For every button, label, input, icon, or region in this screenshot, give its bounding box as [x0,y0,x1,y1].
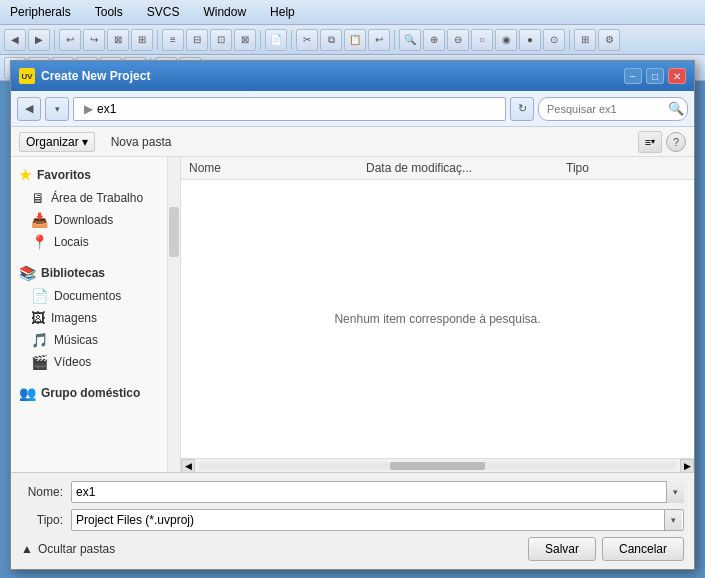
organize-button[interactable]: Organizar ▾ [19,132,95,152]
menu-peripherals[interactable]: Peripherals [6,3,75,21]
toolbar-btn-search[interactable]: 🔍 [399,29,421,51]
sidebar-scrollbar[interactable] [167,157,180,472]
help-button[interactable]: ? [666,132,686,152]
refresh-button[interactable]: ↻ [510,97,534,121]
sidebar-item-desktop[interactable]: 🖥 Área de Trabalho [11,187,180,209]
dialog-title-text: Create New Project [41,69,150,83]
toolbar-btn-2[interactable]: ▶ [28,29,50,51]
sidebar-locais-label: Locais [54,235,89,249]
sidebar-item-musicas[interactable]: 🎵 Músicas [11,329,180,351]
name-label: Nome: [21,485,71,499]
file-toolbar: Organizar ▾ Nova pasta ≡ ▾ ? [11,127,694,157]
search-input[interactable] [538,97,688,121]
title-bar-controls: − □ ✕ [624,68,686,84]
libraries-section: 📚 Bibliotecas 📄 Documentos 🖼 Imagens 🎵 M… [11,261,180,373]
toolbar-btn-zoomout[interactable]: ⊖ [447,29,469,51]
group-header[interactable]: 👥 Grupo doméstico [11,381,180,405]
dialog-title-bar: UV Create New Project − □ ✕ [11,61,694,91]
menu-svcs[interactable]: SVCS [143,3,184,21]
minimize-button[interactable]: − [624,68,642,84]
toolbar-btn-zoom[interactable]: ⊕ [423,29,445,51]
sidebar-scrollbar-thumb [169,207,179,257]
favorites-star-icon: ★ [19,167,32,183]
toolbar-sep-1 [54,30,55,50]
scroll-right-button[interactable]: ▶ [680,459,694,473]
empty-message: Nenhum item corresponde à pesquisa. [334,312,540,326]
documentos-icon: 📄 [31,288,48,304]
search-icon[interactable]: 🔍 [668,101,684,116]
sidebar-item-documentos[interactable]: 📄 Documentos [11,285,180,307]
back-button[interactable]: ◀ [17,97,41,121]
sidebar-item-videos[interactable]: 🎬 Vídeos [11,351,180,373]
toolbar-sep-4 [291,30,292,50]
new-folder-button[interactable]: Nova pasta [103,133,180,151]
group-icon: 👥 [19,385,36,401]
hide-folders-arrow-icon: ▲ [21,542,33,556]
favorites-section: ★ Favoritos 🖥 Área de Trabalho 📥 Downloa… [11,163,180,253]
musicas-icon: 🎵 [31,332,48,348]
sidebar-item-locais[interactable]: 📍 Locais [11,231,180,253]
action-buttons: Salvar Cancelar [528,537,684,561]
type-select[interactable]: Project Files (*.uvproj) [71,509,684,531]
toolbar-btn-11[interactable]: ○ [471,29,493,51]
col-date-header: Data de modificaç... [366,161,566,175]
horizontal-scrollbar[interactable]: ◀ ▶ [181,458,694,472]
menu-help[interactable]: Help [266,3,299,21]
libraries-folder-icon: 📚 [19,265,36,281]
name-input[interactable] [71,481,684,503]
dialog-title-left: UV Create New Project [19,68,150,84]
save-button[interactable]: Salvar [528,537,596,561]
address-path[interactable]: ▶ ex1 [73,97,506,121]
maximize-button[interactable]: □ [646,68,664,84]
libraries-header: 📚 Bibliotecas [11,261,180,285]
imagens-icon: 🖼 [31,310,45,326]
sidebar-imagens-label: Imagens [51,311,97,325]
type-select-arrow: ▾ [664,510,682,530]
sidebar-desktop-label: Área de Trabalho [51,191,143,205]
toolbar-btn-paste[interactable]: 📋 [344,29,366,51]
name-row: Nome: ▾ [21,481,684,503]
sidebar-videos-label: Vídeos [54,355,91,369]
toolbar-btn-4[interactable]: ↪ [83,29,105,51]
menu-window[interactable]: Window [199,3,250,21]
main-toolbar: ◀ ▶ ↩ ↪ ⊠ ⊞ ≡ ⊟ ⊡ ⊠ 📄 ✂ ⧉ 📋 ↩ 🔍 ⊕ ⊖ ○ ◉ … [0,25,705,55]
scroll-thumb [390,462,485,470]
libraries-label: Bibliotecas [41,266,105,280]
toolbar-btn-6[interactable]: ⊞ [131,29,153,51]
hide-folders-button[interactable]: ▲ Ocultar pastas [21,542,115,556]
view-button[interactable]: ≡ ▾ [638,131,662,153]
toolbar-btn-9[interactable]: ⊡ [210,29,232,51]
sidebar-item-downloads[interactable]: 📥 Downloads [11,209,180,231]
menu-tools[interactable]: Tools [91,3,127,21]
toolbar-btn-8[interactable]: ⊟ [186,29,208,51]
toolbar-btn-file[interactable]: 📄 [265,29,287,51]
downloads-icon: 📥 [31,212,48,228]
toolbar3-right: ≡ ▾ ? [638,131,686,153]
search-wrapper: 🔍 [538,97,688,121]
close-button[interactable]: ✕ [668,68,686,84]
toolbar-btn-undo[interactable]: ↩ [368,29,390,51]
toolbar-btn-12[interactable]: ◉ [495,29,517,51]
forward-button[interactable]: ▾ [45,97,69,121]
toolbar-sep-3 [260,30,261,50]
videos-icon: 🎬 [31,354,48,370]
toolbar-sep-6 [569,30,570,50]
toolbar-btn-settings[interactable]: ⚙ [598,29,620,51]
toolbar-btn-grid[interactable]: ⊞ [574,29,596,51]
toolbar-btn-13[interactable]: ● [519,29,541,51]
toolbar-btn-1[interactable]: ◀ [4,29,26,51]
toolbar-btn-14[interactable]: ⊙ [543,29,565,51]
path-text: ex1 [97,102,116,116]
toolbar-btn-10[interactable]: ⊠ [234,29,256,51]
toolbar-sep-5 [394,30,395,50]
name-dropdown-arrow[interactable]: ▾ [666,481,684,503]
toolbar-btn-cut[interactable]: ✂ [296,29,318,51]
scroll-left-button[interactable]: ◀ [181,459,195,473]
toolbar-btn-3[interactable]: ↩ [59,29,81,51]
sidebar-item-imagens[interactable]: 🖼 Imagens [11,307,180,329]
toolbar-sep-2 [157,30,158,50]
toolbar-btn-5[interactable]: ⊠ [107,29,129,51]
toolbar-btn-copy[interactable]: ⧉ [320,29,342,51]
toolbar-btn-7[interactable]: ≡ [162,29,184,51]
cancel-button[interactable]: Cancelar [602,537,684,561]
